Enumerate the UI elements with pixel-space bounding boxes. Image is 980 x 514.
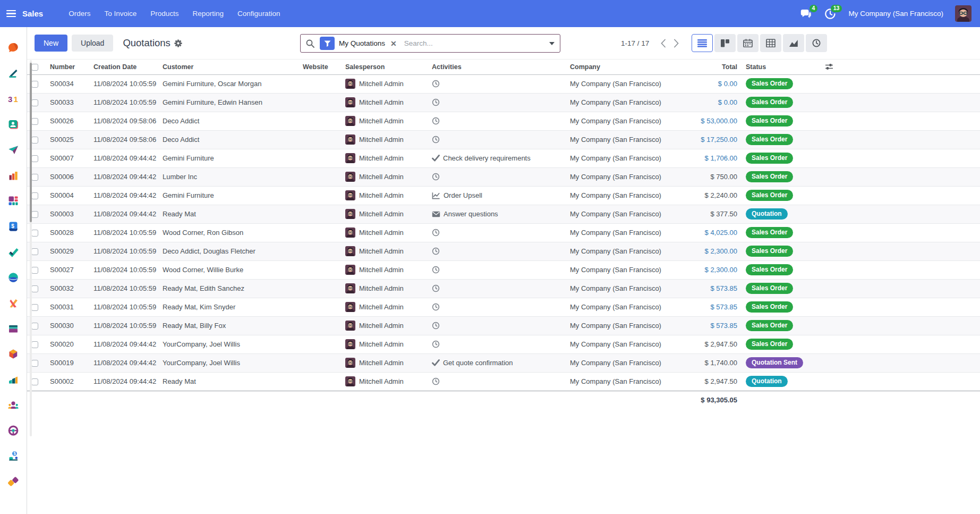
top-menu-orders[interactable]: Orders	[69, 10, 90, 18]
bar-chart-icon[interactable]	[7, 170, 19, 181]
column-header-company[interactable]: Company	[566, 60, 672, 74]
activity-label[interactable]: Order Upsell	[444, 191, 482, 199]
row-checkbox[interactable]	[31, 155, 38, 162]
row-checkbox[interactable]	[31, 174, 38, 181]
row-checkbox[interactable]	[31, 323, 38, 330]
quotation-row[interactable]: S0000611/08/2024 09:44:42Lumber IncMitch…	[27, 167, 980, 186]
quotation-row[interactable]: S0000411/08/2024 09:44:42Gemini Furnitur…	[27, 186, 980, 205]
top-menu-reporting[interactable]: Reporting	[193, 10, 224, 18]
column-header-number[interactable]: Number	[46, 60, 89, 74]
activity-clock-icon[interactable]	[432, 303, 440, 311]
row-checkbox[interactable]	[31, 99, 38, 106]
activity-check-icon[interactable]	[432, 359, 440, 366]
cell-total[interactable]: $ 0.00	[672, 74, 742, 93]
cell-total[interactable]: $ 17,250.00	[672, 130, 742, 149]
search-bar[interactable]: My Quotations ✕	[300, 34, 560, 53]
actions-gear-icon[interactable]	[174, 39, 182, 47]
search-dropdown-caret-icon[interactable]	[549, 42, 555, 45]
activities-icon[interactable]: 13	[824, 8, 837, 20]
globe-icon[interactable]	[7, 272, 19, 283]
view-kanban-button[interactable]	[714, 34, 736, 52]
column-header-website[interactable]: Website	[299, 60, 341, 74]
dollar-doc-icon[interactable]: $	[7, 221, 19, 232]
quotation-row[interactable]: S0000211/08/2024 09:44:42Ready MatMitche…	[27, 372, 980, 391]
pager-next-button[interactable]	[670, 37, 683, 50]
quotation-row[interactable]: S0000311/08/2024 09:44:42Ready MatMitche…	[27, 205, 980, 223]
row-checkbox[interactable]	[31, 118, 38, 125]
row-checkbox[interactable]	[31, 378, 38, 385]
column-header-total[interactable]: Total	[672, 60, 742, 74]
user-avatar[interactable]	[955, 5, 972, 22]
activity-clock-icon[interactable]	[432, 266, 440, 274]
quotation-row[interactable]: S0003411/08/2024 10:05:59Gemini Furnitur…	[27, 74, 980, 93]
quotation-row[interactable]: S0000711/08/2024 09:44:42Gemini Furnitur…	[27, 149, 980, 167]
cell-total[interactable]: $ 53,000.00	[672, 112, 742, 130]
top-menu-to-invoice[interactable]: To Invoice	[104, 10, 137, 18]
row-checkbox[interactable]	[31, 192, 38, 199]
activity-clock-icon[interactable]	[432, 247, 440, 255]
cell-total[interactable]: $ 2,300.00	[672, 242, 742, 260]
view-graph-button[interactable]	[783, 34, 804, 52]
column-header-customer[interactable]: Customer	[158, 60, 299, 74]
quotation-row[interactable]: S0001911/08/2024 09:44:42YourCompany, Jo…	[27, 353, 980, 372]
row-checkbox[interactable]	[31, 341, 38, 348]
calendar-31-icon[interactable]: 31	[7, 93, 19, 105]
chat-blob-icon[interactable]	[7, 42, 19, 54]
row-checkbox[interactable]	[31, 248, 38, 255]
messages-icon[interactable]: 4	[799, 8, 812, 20]
activity-envelope-icon[interactable]	[432, 211, 440, 217]
activity-clock-icon[interactable]	[432, 322, 440, 330]
quotation-row[interactable]: S0002011/08/2024 09:44:42YourCompany, Jo…	[27, 335, 980, 353]
row-checkbox[interactable]	[31, 267, 38, 274]
view-list-button[interactable]	[692, 34, 713, 52]
quotation-row[interactable]: S0003111/08/2024 10:05:59Ready Mat, Kim …	[27, 298, 980, 316]
activity-chart-icon[interactable]	[432, 192, 440, 199]
column-header-activities[interactable]: Activities	[428, 60, 566, 74]
optional-columns-icon[interactable]	[823, 63, 976, 71]
row-checkbox[interactable]	[31, 230, 38, 237]
crossed-letters-icon[interactable]	[7, 297, 19, 309]
row-checkbox[interactable]	[31, 137, 38, 144]
activity-clock-icon[interactable]	[432, 98, 440, 106]
current-app-name[interactable]: Sales	[22, 9, 43, 18]
cell-total[interactable]: $ 2,300.00	[672, 260, 742, 279]
pencil-angle-icon[interactable]	[7, 68, 19, 79]
quotation-row[interactable]: S0002511/08/2024 09:58:06Deco AddictMitc…	[27, 130, 980, 149]
cell-total[interactable]: $ 4,025.00	[672, 223, 742, 242]
activity-label[interactable]: Answer questions	[444, 210, 498, 218]
activity-clock-icon[interactable]	[432, 340, 440, 348]
search-input[interactable]	[403, 39, 546, 48]
people-icon[interactable]	[7, 399, 19, 411]
cell-total[interactable]: $ 0.00	[672, 93, 742, 112]
new-button[interactable]: New	[35, 35, 67, 52]
activity-clock-icon[interactable]	[432, 377, 440, 385]
column-header-creation-date[interactable]: Creation Date	[89, 60, 158, 74]
quotation-row[interactable]: S0003211/08/2024 10:05:59Ready Mat, Edit…	[27, 279, 980, 298]
apps-menu-icon[interactable]	[6, 10, 16, 17]
upload-button[interactable]: Upload	[72, 35, 113, 52]
ramp-chart-icon[interactable]	[7, 374, 19, 385]
activity-clock-icon[interactable]	[432, 284, 440, 292]
column-header-salesperson[interactable]: Salesperson	[341, 60, 428, 74]
activity-label[interactable]: Check delivery requirements	[443, 154, 531, 162]
cell-total[interactable]: $ 573.85	[672, 298, 742, 316]
view-calendar-button[interactable]	[737, 34, 759, 52]
activity-check-icon[interactable]	[432, 155, 440, 162]
steering-wheel-icon[interactable]	[7, 425, 19, 436]
view-activity-button[interactable]	[806, 34, 827, 52]
filter-funnel-icon[interactable]	[320, 37, 335, 50]
quotation-row[interactable]: S0002911/08/2024 10:05:59Deco Addict, Do…	[27, 242, 980, 260]
row-checkbox[interactable]	[31, 285, 38, 292]
card-stack-icon[interactable]	[7, 323, 19, 334]
person-dollar-icon[interactable]: $	[7, 450, 19, 462]
sidebar-scrollbar-thumb[interactable]	[30, 63, 32, 222]
activity-clock-icon[interactable]	[432, 117, 440, 125]
cell-total[interactable]: $ 1,706.00	[672, 149, 742, 167]
activity-clock-icon[interactable]	[432, 173, 440, 181]
quotation-row[interactable]: S0003011/08/2024 10:05:59Ready Mat, Bill…	[27, 316, 980, 335]
row-checkbox[interactable]	[31, 304, 38, 311]
checkmark-icon[interactable]	[7, 246, 19, 258]
column-header-status[interactable]: Status	[742, 60, 819, 74]
row-checkbox[interactable]	[31, 360, 38, 367]
activity-clock-icon[interactable]	[432, 136, 440, 144]
